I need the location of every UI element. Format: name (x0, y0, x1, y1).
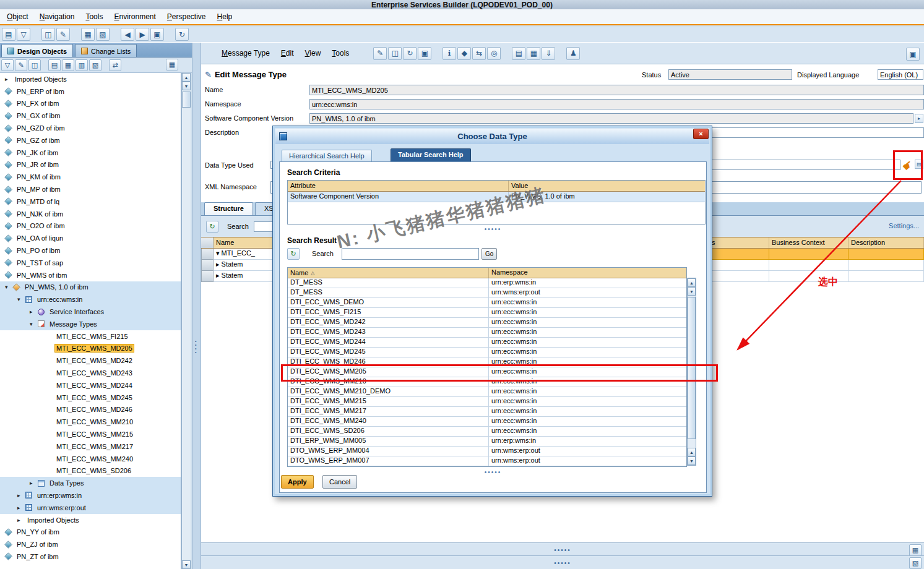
tree-item[interactable]: PN_MTD of lq (0, 195, 181, 208)
result-row[interactable]: DTI_ECC_WMS_MD245urn:ecc:wms:in (288, 348, 686, 357)
tree-item[interactable]: MTI_ECC_WMS_MD245 (0, 391, 181, 404)
row-selector[interactable] (201, 260, 214, 271)
result-row[interactable]: DTI_ECC_WMS_SD206urn:ecc:wms:in (288, 427, 686, 437)
panel-menu-icon[interactable]: ▣ (906, 48, 920, 61)
row-selector[interactable] (201, 271, 214, 282)
editor-hscrollbar[interactable]: ••••• ▧ (201, 555, 924, 569)
edit-icon[interactable]: ✎ (56, 28, 70, 41)
expand-icon[interactable]: ▤ (48, 59, 61, 71)
settings-link[interactable]: Settings... (889, 222, 919, 229)
column-header-s[interactable]: s (709, 237, 769, 248)
menu-view[interactable]: View (300, 48, 327, 59)
tree-item[interactable]: PN_MP of ibm (0, 183, 181, 195)
tree-item[interactable]: PN_KM of ibm (0, 171, 181, 183)
tree-settings-icon[interactable]: ▦ (166, 59, 178, 71)
column-header-description[interactable]: Description (848, 237, 924, 248)
tree-item[interactable]: MTI_ECC_WMS_MD205 (0, 343, 181, 355)
info-icon[interactable]: ℹ (443, 47, 456, 60)
menu-tools[interactable]: Tools (326, 48, 355, 59)
result-row[interactable]: DTI_ERP_WMS_MM005urn:erp:wms:in (288, 437, 686, 447)
tree-item[interactable]: ▸Imported Objects (0, 514, 181, 526)
save-icon[interactable]: ◫ (28, 59, 41, 71)
tree-item[interactable]: MTI_ECC_WMS_MD243 (0, 367, 181, 379)
chart-icon[interactable]: ▧ (96, 28, 110, 41)
result-row[interactable]: DTI_ECC_WMS_MM210_DEMOurn:ecc:wms:in (288, 387, 686, 397)
tree-item[interactable]: MTI_ECC_WMS_SD206 (0, 465, 181, 477)
result-row[interactable]: DTI_ECC_WMS_MM217urn:ecc:wms:in (288, 407, 686, 417)
menu-object[interactable]: Object (1, 11, 34, 23)
menu-message-type[interactable]: Message Type (216, 48, 275, 59)
result-row[interactable]: DTI_ECC_WMS_MD243urn:ecc:wms:in (288, 328, 686, 338)
chevron-down-icon[interactable]: ▾ (5, 284, 13, 290)
tree-item[interactable]: MTI_ECC_WMS_MD244 (0, 379, 181, 391)
corner-grid-icon[interactable]: ▧ (909, 557, 922, 569)
refresh-icon[interactable]: ↻ (287, 248, 300, 260)
tree-item[interactable]: ▸Imported Objects (0, 73, 181, 85)
tree-item[interactable]: PN_ZT of ibm (0, 550, 181, 563)
scroll-up-icon[interactable]: ▲ (182, 73, 191, 82)
tree-item[interactable]: ▸Data Types (0, 477, 181, 489)
cancel-button[interactable]: Cancel (322, 475, 357, 489)
tree-item[interactable]: PN_ERP of ibm (0, 85, 181, 98)
worklist-icon[interactable]: ◫ (41, 28, 55, 41)
column-header-attribute[interactable]: Attribute (288, 181, 509, 191)
chevron-right-icon[interactable]: ▸ (30, 480, 38, 486)
tab-structure[interactable]: Structure (204, 202, 253, 215)
result-row[interactable]: DTI_ECC_WMS_MD242urn:ecc:wms:in (288, 318, 686, 328)
tree-item[interactable]: ▸urn:erp:wms:in (0, 489, 181, 502)
chevron-down-icon[interactable]: ▾ (17, 296, 25, 302)
tree-item[interactable]: PN_TST of sap (0, 257, 181, 269)
filter-icon[interactable]: ▽ (17, 28, 30, 41)
chevron-right-icon[interactable]: ▸ (17, 505, 25, 511)
column-header-business-context[interactable]: Business Context (769, 237, 848, 248)
tree-item[interactable]: PN_JK of ibm (0, 147, 181, 159)
column-header-name[interactable]: Name△ (288, 268, 489, 278)
menu-tools[interactable]: Tools (80, 11, 108, 23)
tree-item[interactable]: PN_GZD of ibm (0, 122, 181, 134)
result-row[interactable]: DTI_ECC_WMS_FI215urn:ecc:wms:in (288, 308, 686, 318)
scroll-down-icon[interactable]: ▼ (182, 82, 191, 90)
tree-item[interactable]: PN_FX of ibm (0, 98, 181, 110)
tree-scrollbar[interactable]: ▲ ▼ ▼ (181, 73, 191, 569)
window-icon[interactable]: ▣ (150, 28, 164, 41)
column-header-namespace[interactable]: Namespace (489, 268, 686, 278)
tree-item[interactable]: MTI_ECC_WMS_MD242 (0, 354, 181, 367)
search-icon[interactable]: ◎ (487, 47, 501, 60)
apply-button[interactable]: Apply (281, 475, 314, 489)
scroll-down-icon[interactable]: ▼ (182, 560, 191, 569)
where-used-icon[interactable]: ⇆ (472, 47, 486, 60)
menu-edit[interactable]: Edit (275, 48, 300, 59)
tree-item[interactable]: ▾Message Types (0, 318, 181, 330)
row-selector[interactable] (201, 249, 214, 260)
tree-item[interactable]: MTI_ECC_WMS_MM240 (0, 453, 181, 465)
result-row[interactable]: DT_MESSurn:erp:wms:in (288, 278, 686, 288)
tree-item[interactable]: ▸Service Interfaces (0, 306, 181, 318)
menu-help[interactable]: Help (212, 11, 238, 23)
overview-icon[interactable]: ♟ (566, 47, 580, 60)
tree-item[interactable]: MTI_ECC_WMS_FI215 (0, 330, 181, 343)
tree-item[interactable]: PN_NJK of ibm (0, 208, 181, 220)
splitter-dots-icon[interactable]: ••••• (485, 469, 502, 476)
refresh-icon[interactable]: ↻ (403, 47, 417, 60)
tab-change-lists[interactable]: Change Lists (75, 44, 137, 57)
close-icon[interactable]: × (693, 129, 709, 139)
panel-splitter[interactable]: • • • • (192, 43, 201, 569)
tree-item[interactable]: MTI_ECC_WMS_MM215 (0, 428, 181, 440)
scroll-up-icon[interactable]: ▲ (688, 278, 696, 287)
tree-item[interactable]: PN_ZJ of ibm (0, 538, 181, 550)
sort-icon[interactable]: ▧ (89, 59, 101, 71)
tree-item[interactable]: MTI_ECC_WMS_MM217 (0, 440, 181, 453)
menu-perspective[interactable]: Perspective (162, 11, 212, 23)
tree-item[interactable]: ▾urn:ecc:wms:in (0, 293, 181, 306)
displayed-language-field[interactable] (878, 69, 923, 80)
result-row[interactable]: DTO_WMS_ERP_MM007urn:wms:erp:out (288, 456, 686, 466)
status-field[interactable] (668, 69, 792, 80)
table-icon[interactable]: ▦ (527, 47, 540, 60)
dialog-titlebar[interactable]: Choose Data Type (275, 129, 709, 144)
swap-icon[interactable]: ⇄ (109, 59, 121, 71)
sheet-icon[interactable]: ◫ (388, 47, 402, 60)
chevron-right-icon[interactable]: ▸ (17, 517, 25, 523)
check-icon[interactable]: ◆ (457, 47, 471, 60)
tab-tabular-search-help[interactable]: Tabular Search Help (391, 148, 471, 162)
result-row[interactable]: DT_MESSurn:wms:erp:out (288, 288, 686, 298)
